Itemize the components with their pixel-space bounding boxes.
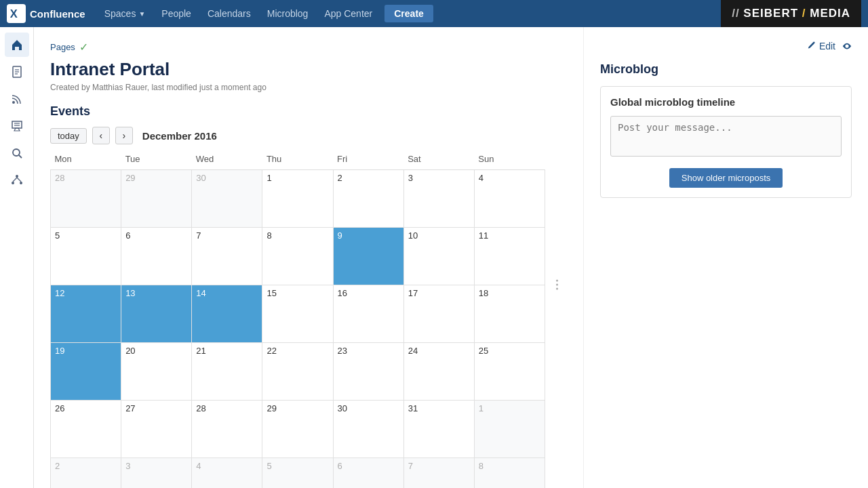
- day-number: 16: [338, 288, 347, 298]
- calendar-day-cell[interactable]: 29: [262, 401, 333, 458]
- microblog-input[interactable]: [610, 116, 842, 157]
- calendar-day-cell[interactable]: 23: [333, 343, 403, 401]
- calendar-day-header: Tue: [121, 151, 192, 170]
- svg-line-9: [19, 155, 22, 158]
- show-older-button[interactable]: Show older microposts: [669, 168, 783, 188]
- calendar-day-cell[interactable]: 7: [192, 228, 262, 285]
- calendar-day-cell[interactable]: 3: [121, 458, 192, 489]
- day-number: 4: [479, 173, 484, 183]
- calendar-day-cell[interactable]: 6: [333, 458, 403, 489]
- calendar-day-cell[interactable]: 12: [51, 285, 121, 343]
- microblog-card: Global microblog timeline Show older mic…: [600, 86, 852, 198]
- day-number: 19: [55, 346, 64, 356]
- nav-people[interactable]: People: [153, 0, 199, 27]
- day-number: 22: [267, 346, 276, 356]
- prev-month-button[interactable]: ‹: [92, 127, 110, 144]
- calendar-day-cell[interactable]: 20: [121, 343, 192, 401]
- calendar-day-cell[interactable]: 30: [192, 170, 262, 228]
- calendar-day-header: Wed: [192, 151, 262, 170]
- calendar-day-header: Sat: [403, 151, 474, 170]
- calendar-day-cell[interactable]: 14: [192, 285, 262, 343]
- calendar-day-cell[interactable]: 30: [333, 401, 403, 458]
- watch-button[interactable]: [842, 41, 852, 52]
- calendar-day-cell[interactable]: 5: [262, 458, 333, 489]
- sidebar: [0, 27, 34, 488]
- calendar-day-cell[interactable]: 15: [262, 285, 333, 343]
- calendar-day-cell[interactable]: 3: [403, 170, 474, 228]
- confluence-logo-text: Confluence: [30, 8, 85, 20]
- svg-text:X: X: [10, 7, 18, 20]
- day-number: 2: [55, 461, 60, 471]
- create-button[interactable]: Create: [384, 5, 433, 22]
- today-button[interactable]: today: [50, 128, 87, 144]
- day-number: 23: [338, 346, 347, 356]
- calendar-day-cell[interactable]: 17: [403, 285, 474, 343]
- calendar-day-cell[interactable]: 16: [333, 285, 403, 343]
- sidebar-blog[interactable]: [5, 114, 29, 138]
- calendar-day-cell[interactable]: 8: [474, 458, 545, 489]
- calendar-week-row: 2627282930311: [51, 401, 545, 458]
- calendar-day-cell[interactable]: 2: [333, 170, 403, 228]
- calendar-day-cell[interactable]: 28: [192, 401, 262, 458]
- right-panel: Edit Microblog Global microblog timeline…: [583, 27, 868, 488]
- calendar-day-header: Fri: [333, 151, 403, 170]
- day-number: 17: [408, 288, 418, 298]
- edit-button[interactable]: Edit: [807, 41, 835, 52]
- calendar-day-cell[interactable]: 19: [51, 343, 121, 401]
- calendar-day-cell[interactable]: 24: [403, 343, 474, 401]
- calendar-day-cell[interactable]: 1: [474, 401, 545, 458]
- calendar-day-cell[interactable]: 26: [51, 401, 121, 458]
- calendar-day-cell[interactable]: 28: [51, 170, 121, 228]
- calendar-day-cell[interactable]: 4: [474, 170, 545, 228]
- topnav: X Confluence Spaces ▼ People Calendars M…: [0, 0, 868, 27]
- calendar-day-cell[interactable]: 8: [262, 228, 333, 285]
- calendar-day-cell[interactable]: 13: [121, 285, 192, 343]
- nav-microblog[interactable]: Microblog: [259, 0, 317, 27]
- nav-spaces[interactable]: Spaces ▼: [96, 0, 154, 27]
- calendar-day-cell[interactable]: 21: [192, 343, 262, 401]
- next-month-button[interactable]: ›: [115, 127, 133, 144]
- svg-point-11: [12, 182, 14, 184]
- calendar-day-cell[interactable]: 5: [51, 228, 121, 285]
- drag-handle[interactable]: [556, 280, 558, 290]
- seibert-banner: // SEIBERT / MEDIA: [721, 0, 861, 27]
- sidebar-pages[interactable]: [5, 60, 29, 84]
- sidebar-feed[interactable]: [5, 87, 29, 111]
- day-number: 29: [267, 403, 276, 413]
- eye-icon: [842, 41, 852, 51]
- sidebar-home[interactable]: [5, 33, 29, 57]
- calendar-day-cell[interactable]: 6: [121, 228, 192, 285]
- day-number: 14: [196, 288, 205, 298]
- calendar-day-cell[interactable]: 25: [474, 343, 545, 401]
- day-number: 3: [125, 461, 130, 471]
- confluence-logo[interactable]: X Confluence: [7, 4, 85, 23]
- sidebar-search[interactable]: [5, 141, 29, 165]
- day-number: 28: [196, 403, 205, 413]
- calendar-day-cell[interactable]: 1: [262, 170, 333, 228]
- svg-point-10: [16, 175, 18, 178]
- day-number: 15: [267, 288, 276, 298]
- day-number: 12: [55, 288, 64, 298]
- calendar-day-cell[interactable]: 18: [474, 285, 545, 343]
- day-number: 2: [338, 173, 342, 183]
- nav-calendars[interactable]: Calendars: [199, 0, 259, 27]
- calendar-day-header: Thu: [262, 151, 333, 170]
- calendar-day-cell[interactable]: 4: [192, 458, 262, 489]
- day-number: 18: [479, 288, 488, 298]
- calendar-day-cell[interactable]: 11: [474, 228, 545, 285]
- day-number: 27: [125, 403, 135, 413]
- calendar-day-cell[interactable]: 31: [403, 401, 474, 458]
- calendar-day-cell[interactable]: 10: [403, 228, 474, 285]
- calendar-day-cell[interactable]: 27: [121, 401, 192, 458]
- calendar-day-cell[interactable]: 7: [403, 458, 474, 489]
- sidebar-tree[interactable]: [5, 168, 29, 192]
- breadcrumb-pages[interactable]: Pages: [50, 42, 75, 52]
- svg-line-13: [13, 178, 17, 182]
- calendar-day-cell[interactable]: 22: [262, 343, 333, 401]
- calendar-day-cell[interactable]: 2: [51, 458, 121, 489]
- calendar-day-cell[interactable]: 9: [333, 228, 403, 285]
- page-meta: Created by Matthias Rauer, last modified…: [50, 83, 567, 92]
- nav-appcenter[interactable]: App Center: [316, 0, 380, 27]
- calendar-day-cell[interactable]: 29: [121, 170, 192, 228]
- day-number: 1: [479, 403, 484, 413]
